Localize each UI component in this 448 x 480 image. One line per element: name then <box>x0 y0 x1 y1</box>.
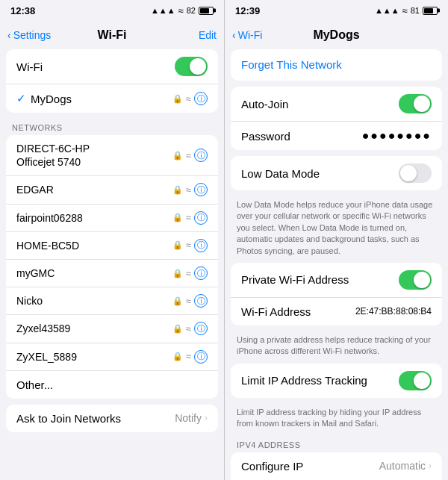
left-time: 12:38 <box>10 5 35 16</box>
info-button[interactable]: ⓘ <box>194 322 208 335</box>
networks-list: DIRECT-6C-HPOfficejet 5740 🔒≈ⓘ EDGAR 🔒≈ⓘ… <box>6 135 218 399</box>
right-scroll-content: Forget This Network Auto-Join Password ●… <box>225 49 448 480</box>
connected-network-row[interactable]: ✓ MyDogs 🔒 ≈ ⓘ <box>6 84 218 113</box>
chevron-right-icon: › <box>205 413 208 423</box>
list-item[interactable]: fairpoint06288 🔒≈ⓘ <box>6 205 218 232</box>
wifi-icon: ≈ <box>186 150 191 161</box>
wifi-icon: ≈ <box>186 268 191 279</box>
limit-ip-section: Limit IP Address Tracking <box>231 364 442 398</box>
left-status-bar: 12:38 ▲▲▲ ≈ 82 <box>0 0 224 21</box>
password-value: ●●●●●●●● <box>362 129 432 143</box>
private-wifi-toggle[interactable] <box>399 270 432 290</box>
limit-ip-toggle[interactable] <box>399 371 432 390</box>
low-data-section: Low Data Mode <box>231 156 442 190</box>
list-item[interactable]: ZyXEL_5889 🔒≈ⓘ <box>6 343 218 371</box>
connected-network-name: MyDogs <box>31 93 72 105</box>
list-item[interactable]: DIRECT-6C-HPOfficejet 5740 🔒≈ⓘ <box>6 135 218 176</box>
limit-ip-row[interactable]: Limit IP Address Tracking <box>231 364 442 398</box>
list-item[interactable]: Nicko 🔒≈ⓘ <box>6 287 218 315</box>
right-status-bar: 12:39 ▲▲▲ ≈ 81 <box>225 0 448 21</box>
password-row[interactable]: Password ●●●●●●●● <box>231 122 442 150</box>
low-data-description: Low Data Mode helps reduce your iPhone d… <box>225 196 448 263</box>
forget-network-section: Forget This Network <box>231 49 442 81</box>
left-back-label: Settings <box>13 29 52 41</box>
list-item[interactable]: HOME-BC5D 🔒≈ⓘ <box>6 232 218 260</box>
auto-join-row[interactable]: Auto-Join <box>231 87 442 122</box>
autojoin-password-section: Auto-Join Password ●●●●●●●● <box>231 87 442 150</box>
forget-network-button[interactable]: Forget This Network <box>241 58 342 71</box>
configure-ip-label: Configure IP <box>241 460 303 473</box>
private-wifi-description: Using a private address helps reduce tra… <box>225 331 448 364</box>
chevron-left-icon: ‹ <box>232 29 236 41</box>
info-button[interactable]: ⓘ <box>194 239 208 252</box>
wifi-icon: ≈ <box>186 296 191 307</box>
wifi-address-row: Wi-Fi Address 2E:47:BB:88:08:B4 <box>231 298 442 325</box>
right-back-button[interactable]: ‹ Wi-Fi <box>232 29 262 41</box>
ask-join-label: Ask to Join Networks <box>16 412 121 425</box>
ipv4-section: Configure IP Automatic › IP Address 10.0… <box>231 452 442 480</box>
left-back-button[interactable]: ‹ Settings <box>7 29 51 41</box>
wifi-toggle-section: Wi-Fi ✓ MyDogs 🔒 ≈ ⓘ <box>6 49 218 113</box>
chevron-left-icon: ‹ <box>7 29 11 41</box>
network-name: fairpoint06288 <box>16 211 83 225</box>
wifi-icon: ≈ <box>402 5 408 16</box>
network-name: Nicko <box>16 294 43 308</box>
ask-join-section[interactable]: Ask to Join Networks Notify › <box>6 405 218 432</box>
info-button[interactable]: ⓘ <box>194 149 208 162</box>
network-name: Zyxel43589 <box>16 322 70 335</box>
right-status-icons: ▲▲▲ ≈ 81 <box>375 5 438 16</box>
networks-section-label: NETWORKS <box>0 119 224 135</box>
left-nav-action[interactable]: Edit <box>199 29 217 41</box>
right-time: 12:39 <box>235 5 260 16</box>
configure-ip-option: Automatic <box>379 460 426 472</box>
wifi-toggle-label: Wi-Fi <box>16 60 43 73</box>
list-item[interactable]: myGMC 🔒≈ⓘ <box>6 260 218 287</box>
low-data-row[interactable]: Low Data Mode <box>231 156 442 190</box>
wifi-icon: ≈ <box>186 240 191 251</box>
lock-icon: 🔒 <box>172 324 183 334</box>
lock-icon: 🔒 <box>172 269 183 278</box>
wifi-toggle[interactable] <box>175 57 208 76</box>
configure-ip-value: Automatic › <box>379 460 432 472</box>
right-nav-title: MyDogs <box>313 28 359 42</box>
lock-icon: 🔒 <box>172 213 183 222</box>
signal-icon: ▲▲▲ <box>151 6 175 15</box>
network-name: myGMC <box>16 267 55 280</box>
low-data-toggle[interactable] <box>399 163 432 183</box>
right-panel: 12:39 ▲▲▲ ≈ 81 ‹ Wi-Fi MyDogs Forget Thi… <box>224 0 448 480</box>
private-wifi-row[interactable]: Private Wi-Fi Address <box>231 263 442 298</box>
right-back-label: Wi-Fi <box>238 29 263 41</box>
info-button[interactable]: ⓘ <box>194 350 208 364</box>
battery-icon <box>199 7 214 15</box>
left-nav-title: Wi-Fi <box>98 28 127 42</box>
battery-label: 82 <box>187 6 196 15</box>
list-item[interactable]: Zyxel43589 🔒≈ⓘ <box>6 315 218 343</box>
lock-icon: 🔒 <box>172 240 183 250</box>
password-label: Password <box>241 130 290 143</box>
wifi-icon: ≈ <box>178 5 184 16</box>
auto-join-toggle[interactable] <box>399 94 432 113</box>
wifi-toggle-row[interactable]: Wi-Fi <box>6 49 218 84</box>
info-button[interactable]: ⓘ <box>194 183 208 196</box>
info-button[interactable]: ⓘ <box>194 294 208 308</box>
list-item[interactable]: EDGAR 🔒≈ⓘ <box>6 176 218 204</box>
info-button[interactable]: ⓘ <box>194 267 208 280</box>
connected-network-info: ✓ MyDogs <box>16 92 72 105</box>
configure-ip-row[interactable]: Configure IP Automatic › <box>231 452 442 480</box>
info-button[interactable]: ⓘ <box>194 211 208 225</box>
private-wifi-section: Private Wi-Fi Address Wi-Fi Address 2E:4… <box>231 263 442 325</box>
ask-join-option: Notify <box>175 412 202 424</box>
limit-ip-label: Limit IP Address Tracking <box>241 374 367 387</box>
check-icon: ✓ <box>16 92 26 105</box>
wifi-icon: ≈ <box>186 323 191 334</box>
lock-icon: 🔒 <box>172 185 183 195</box>
network-name: DIRECT-6C-HPOfficejet 5740 <box>16 142 90 169</box>
network-name: ZyXEL_5889 <box>16 350 77 364</box>
connected-info-button[interactable]: ⓘ <box>194 92 208 105</box>
wifi-icon: ≈ <box>186 184 191 196</box>
other-networks-row[interactable]: Other... <box>6 371 218 399</box>
signal-icon: ▲▲▲ <box>375 6 399 15</box>
ipv4-section-label: IPV4 ADDRESS <box>225 436 448 452</box>
battery-label: 81 <box>411 6 420 15</box>
wifi-icon: ≈ <box>186 212 191 223</box>
